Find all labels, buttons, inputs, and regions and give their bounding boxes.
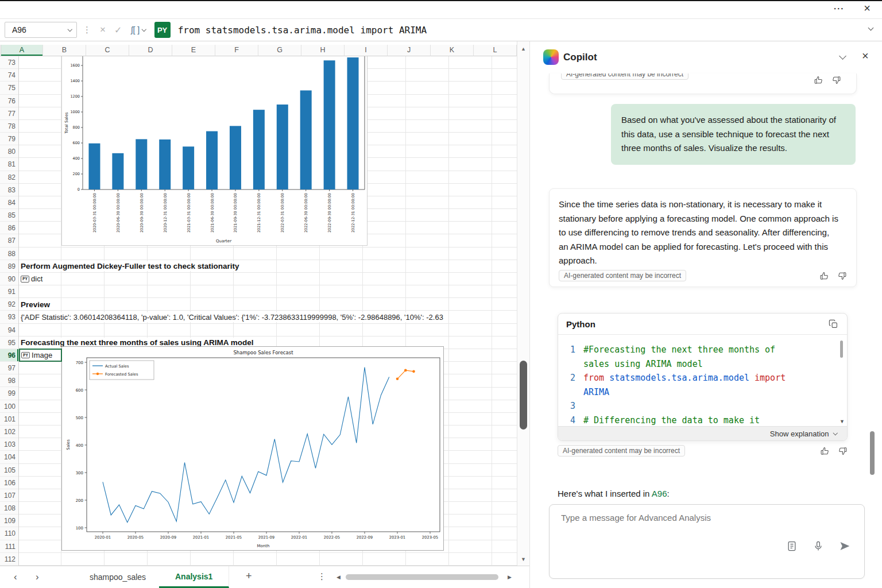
row-header-95[interactable]: 95	[0, 336, 18, 349]
row-header-75[interactable]: 75	[0, 82, 18, 94]
thumbs-up-icon[interactable]	[814, 75, 823, 85]
row-header-107[interactable]: 107	[0, 489, 18, 502]
row-header-102[interactable]: 102	[0, 425, 18, 438]
row-header-97[interactable]: 97	[0, 362, 18, 374]
row-header-96[interactable]: 96	[0, 349, 18, 362]
sheet-vertical-scrollbar[interactable]: ▲ ▼	[517, 41, 529, 566]
formula-input[interactable]: from statsmodels.tsa.arima.model import …	[178, 25, 427, 36]
column-header-F[interactable]: F	[215, 45, 258, 56]
column-header-E[interactable]: E	[172, 45, 215, 56]
row-header-108[interactable]: 108	[0, 502, 18, 514]
quarterly-sales-bar-chart[interactable]: 020040060080010001200140016002020-03-31 …	[61, 56, 368, 246]
column-header-H[interactable]: H	[301, 45, 345, 56]
row-header-82[interactable]: 82	[0, 171, 18, 184]
column-header-D[interactable]: D	[129, 45, 172, 56]
row-header-103[interactable]: 103	[0, 438, 18, 451]
row-header-94[interactable]: 94	[0, 324, 18, 336]
insert-function-icon[interactable]: ʃ[ ]	[131, 25, 145, 34]
formula-bar-expand-icon[interactable]	[868, 25, 874, 31]
prev-sheet-icon[interactable]: ‹	[14, 571, 17, 583]
sheet-options-icon[interactable]: ⋮	[318, 571, 326, 582]
copy-code-icon[interactable]	[828, 319, 839, 330]
column-header-I[interactable]: I	[345, 45, 388, 56]
sheet-tab-shampoo-sales[interactable]: shampoo_sales	[74, 566, 163, 588]
collapse-panel-icon[interactable]	[839, 52, 846, 60]
cancel-entry-icon[interactable]: ×	[100, 24, 106, 36]
show-explanation-bar[interactable]: Show explanation	[558, 426, 847, 441]
row-header-76[interactable]: 76	[0, 95, 18, 107]
code-block[interactable]: 1#Forecasting the next three months of s…	[558, 335, 847, 426]
row-header-81[interactable]: 81	[0, 158, 18, 171]
cell-A90[interactable]: PYdict	[21, 274, 45, 284]
add-sheet-button[interactable]: +	[246, 570, 252, 582]
vertical-scrollbar-thumb[interactable]	[520, 361, 527, 430]
sheet-tab-analysis1[interactable]: Analysis1	[159, 566, 229, 588]
microphone-icon[interactable]	[813, 540, 824, 552]
scroll-down-icon[interactable]: ▼	[517, 556, 529, 562]
row-header-104[interactable]: 104	[0, 451, 18, 463]
selected-cell-A96[interactable]: PYImage	[19, 349, 62, 362]
thumbs-down-icon[interactable]	[838, 446, 848, 456]
column-header-C[interactable]: C	[86, 45, 129, 56]
close-panel-icon[interactable]: ×	[862, 49, 869, 63]
row-header-93[interactable]: 93	[0, 311, 18, 323]
row-header-110[interactable]: 110	[0, 527, 18, 540]
row-header-87[interactable]: 87	[0, 234, 18, 247]
row-header-100[interactable]: 100	[0, 400, 18, 413]
column-header-L[interactable]: L	[474, 45, 517, 56]
sheet-grid[interactable]: 020040060080010001200140016002020-03-31 …	[19, 56, 517, 566]
code-scrollbar-thumb[interactable]	[840, 341, 843, 358]
scroll-up-icon[interactable]: ▲	[517, 46, 529, 52]
cell-A93[interactable]: {'ADF Statistic': 3.06014208364118, 'p-v…	[21, 312, 446, 322]
scroll-left-icon[interactable]: ◀	[336, 574, 341, 580]
row-header-88[interactable]: 88	[0, 247, 18, 260]
row-header-78[interactable]: 78	[0, 120, 18, 133]
cell-A89[interactable]: Perform Augmented Dickey-Fuller test to …	[21, 261, 242, 271]
thumbs-down-icon[interactable]	[837, 271, 847, 281]
confirm-entry-icon[interactable]: ✓	[114, 25, 122, 36]
row-header-80[interactable]: 80	[0, 145, 18, 158]
formula-bar-handle-icon[interactable]: ⋮	[83, 25, 91, 35]
row-header-74[interactable]: 74	[0, 69, 18, 82]
window-close-icon[interactable]: ×	[864, 2, 871, 15]
send-icon[interactable]	[839, 540, 850, 552]
row-header-99[interactable]: 99	[0, 387, 18, 400]
row-header-91[interactable]: 91	[0, 285, 18, 298]
name-box[interactable]: A96	[5, 22, 77, 38]
row-header-112[interactable]: 112	[0, 553, 18, 566]
more-options-icon[interactable]: ⋯	[833, 2, 844, 15]
chevron-down-icon[interactable]	[67, 27, 72, 32]
row-header-98[interactable]: 98	[0, 374, 18, 387]
row-header-101[interactable]: 101	[0, 413, 18, 425]
chat-input-box[interactable]	[549, 504, 865, 579]
thumbs-down-icon[interactable]	[831, 75, 841, 85]
prompt-library-icon[interactable]	[786, 540, 798, 552]
scroll-right-icon[interactable]: ▶	[508, 574, 512, 580]
chat-input[interactable]	[561, 513, 842, 523]
column-header-J[interactable]: J	[388, 45, 431, 56]
column-header-B[interactable]: B	[43, 45, 86, 56]
cell-A92[interactable]: Preview	[21, 300, 52, 310]
column-header-K[interactable]: K	[431, 45, 474, 56]
shampoo-forecast-line-chart[interactable]: 1002003004005006007002020-012020-052020-…	[61, 346, 444, 551]
row-header-84[interactable]: 84	[0, 196, 18, 209]
next-sheet-icon[interactable]: ›	[36, 571, 39, 583]
row-header-85[interactable]: 85	[0, 209, 18, 222]
row-header-79[interactable]: 79	[0, 133, 18, 145]
row-header-109[interactable]: 109	[0, 514, 18, 527]
row-header-92[interactable]: 92	[0, 298, 18, 311]
row-header-105[interactable]: 105	[0, 464, 18, 477]
row-header-73[interactable]: 73	[0, 56, 18, 69]
row-header-106[interactable]: 106	[0, 477, 18, 489]
row-header-111[interactable]: 111	[0, 540, 18, 553]
code-scroll-down-icon[interactable]: ▼	[840, 419, 845, 424]
thumbs-up-icon[interactable]	[819, 271, 829, 281]
cell-reference-link[interactable]: A96	[652, 489, 667, 498]
row-header-90[interactable]: 90	[0, 273, 18, 285]
row-header-83[interactable]: 83	[0, 184, 18, 196]
row-header-77[interactable]: 77	[0, 107, 18, 120]
thumbs-up-icon[interactable]	[820, 446, 830, 456]
row-header-89[interactable]: 89	[0, 260, 18, 273]
panel-scrollbar-thumb[interactable]	[870, 431, 875, 475]
row-header-86[interactable]: 86	[0, 222, 18, 234]
